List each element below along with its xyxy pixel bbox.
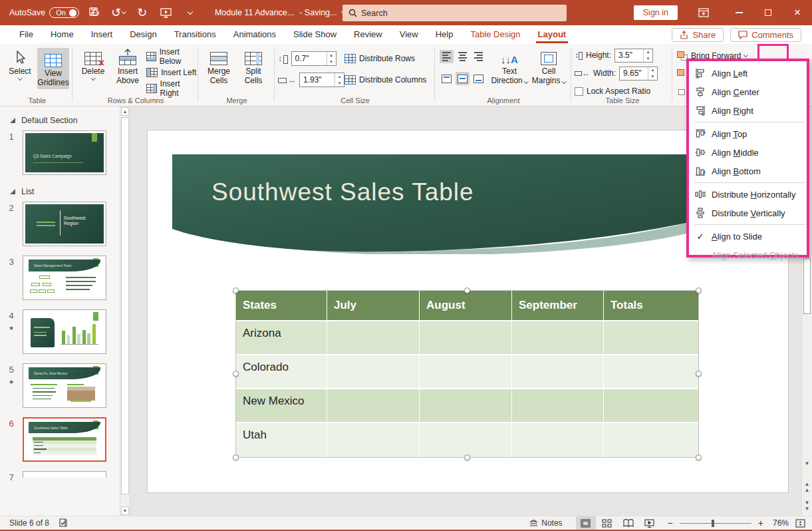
table-height-spinner[interactable]: ▲▼ — [643, 49, 652, 62]
slide-thumbnail-7[interactable]: 7 — [0, 471, 130, 482]
zoom-slider-thumb[interactable] — [712, 520, 714, 527]
quick-access-more-icon[interactable] — [182, 4, 199, 21]
resize-handle[interactable] — [696, 371, 702, 377]
fit-slide-to-window-icon[interactable] — [795, 519, 805, 528]
distribute-columns-button[interactable]: Distribute Columns — [344, 73, 426, 87]
table-cell[interactable] — [512, 389, 604, 423]
share-button[interactable]: Share — [672, 28, 724, 42]
align-text-right-button[interactable] — [472, 50, 485, 63]
accessibility-checker-icon[interactable] — [59, 518, 68, 528]
resize-handle[interactable] — [696, 287, 702, 293]
notes-button[interactable]: Notes — [529, 518, 562, 528]
cell-margins-button[interactable]: Cell Margins — [530, 48, 567, 86]
table-cell[interactable] — [420, 423, 512, 457]
slide-show-button[interactable] — [640, 516, 660, 530]
comments-button[interactable]: Comments — [730, 28, 801, 42]
split-cells-button[interactable]: Split Cells — [237, 48, 269, 86]
table-cell[interactable]: New Mexico — [236, 389, 327, 423]
menu-item-distribute-horizontally[interactable]: Distribute Horizontally — [689, 185, 807, 204]
insert-below-button[interactable]: Insert Below — [146, 49, 197, 64]
slide-sorter-view-button[interactable] — [597, 516, 617, 530]
ribbon-display-options-icon[interactable] — [695, 4, 712, 21]
tab-animations[interactable]: Animations — [225, 26, 285, 43]
saving-status[interactable]: - Saving... — [299, 8, 337, 17]
resize-handle[interactable] — [233, 454, 239, 460]
slide-thumbnail-1[interactable]: 1 Q3 Sales Campaign — [0, 130, 130, 175]
insert-left-button[interactable]: Insert Left — [146, 65, 196, 80]
insert-right-button[interactable]: Insert Right — [146, 81, 197, 96]
tab-review[interactable]: Review — [345, 26, 391, 43]
table-cell[interactable] — [604, 355, 698, 389]
table-cell[interactable] — [512, 423, 604, 457]
table-cell[interactable] — [420, 321, 512, 355]
scroll-up-icon[interactable]: ▲ — [121, 107, 129, 116]
table-header-cell[interactable]: September — [512, 291, 604, 321]
tab-transitions[interactable]: Transitions — [166, 26, 225, 43]
menu-item-align-to-slide[interactable]: ✓ Align to Slide — [689, 227, 807, 246]
slide-indicator[interactable]: Slide 6 of 8 — [9, 518, 49, 528]
maximize-button[interactable] — [753, 0, 783, 25]
resize-handle[interactable] — [464, 454, 470, 460]
col-width-input[interactable] — [300, 73, 335, 87]
close-button[interactable]: × — [783, 0, 812, 25]
merge-cells-button[interactable]: Merge Cells — [203, 48, 235, 86]
resize-handle[interactable] — [233, 371, 239, 377]
resize-handle[interactable] — [696, 454, 702, 460]
align-bottom-button[interactable] — [472, 72, 485, 85]
reading-view-button[interactable] — [618, 516, 638, 530]
zoom-slider[interactable] — [680, 523, 751, 524]
table-cell[interactable] — [420, 389, 512, 423]
minimize-button[interactable] — [724, 0, 753, 25]
table-cell[interactable] — [512, 355, 604, 389]
scrollbar-thumb[interactable] — [803, 258, 811, 314]
undo-icon[interactable]: ↺ — [110, 4, 127, 21]
align-top-button[interactable] — [440, 72, 454, 85]
slide-thumbnail-5[interactable]: 5★ Santa Fe, New Mexico — [0, 363, 130, 408]
menu-item-align-center[interactable]: Align Center — [689, 83, 807, 101]
slide-thumbnail-4[interactable]: 4★ — [0, 309, 130, 354]
table-cell[interactable] — [512, 321, 604, 355]
table-header-cell[interactable]: States — [236, 291, 327, 321]
tab-file[interactable]: File — [11, 26, 42, 43]
insert-above-button[interactable]: Insert Above — [112, 48, 144, 86]
table-cell[interactable] — [327, 423, 420, 457]
scroll-down-icon[interactable]: ▼ — [803, 458, 811, 468]
section-header-list[interactable]: List — [9, 187, 130, 196]
row-height-spinner[interactable]: ▲▼ — [327, 52, 336, 65]
next-slide-icon[interactable]: ▼▼ — [803, 501, 811, 510]
tab-design[interactable]: Design — [121, 26, 165, 43]
menu-item-align-right[interactable]: Align Right — [689, 101, 807, 120]
table-cell[interactable] — [604, 423, 698, 457]
resize-handle[interactable] — [233, 287, 239, 293]
scrollbar-thumb[interactable] — [121, 117, 129, 494]
table-cell[interactable]: Arizona — [236, 321, 327, 355]
thumbnail-scrollbar[interactable]: ▲ ▼ — [120, 106, 129, 516]
menu-item-distribute-vertically[interactable]: Distribute Vertically — [689, 204, 807, 222]
table-header-cell[interactable]: Totals — [604, 291, 698, 321]
autosave-switch[interactable]: On — [49, 7, 79, 18]
slide-title[interactable]: Southwest Sales Table — [211, 178, 474, 206]
zoom-out-button[interactable]: − — [668, 518, 673, 528]
tab-table-design[interactable]: Table Design — [462, 26, 529, 43]
zoom-level[interactable]: 76% — [773, 518, 789, 528]
table-cell[interactable] — [327, 389, 420, 423]
table-cell[interactable] — [327, 355, 420, 389]
table-cell[interactable]: Utah — [236, 423, 327, 457]
tab-home[interactable]: Home — [42, 26, 82, 43]
distribute-rows-button[interactable]: Distribute Rows — [344, 51, 415, 66]
delete-button[interactable]: Delete — [77, 48, 109, 79]
menu-item-align-bottom[interactable]: Align Bottom — [689, 162, 807, 180]
previous-slide-icon[interactable]: ▲▲ — [803, 482, 811, 492]
redo-icon[interactable]: ↻ — [134, 4, 151, 21]
menu-item-align-top[interactable]: Align Top — [689, 124, 807, 143]
table-header-cell[interactable]: August — [420, 291, 512, 321]
col-width-spinner[interactable]: ▲▼ — [335, 73, 344, 87]
tab-slide-show[interactable]: Slide Show — [285, 26, 345, 43]
scroll-down-icon[interactable]: ▼ — [121, 506, 129, 515]
table-cell[interactable] — [604, 389, 698, 423]
table-cell[interactable] — [420, 355, 512, 389]
start-slideshow-icon[interactable] — [158, 4, 175, 21]
table-width-input[interactable] — [620, 67, 648, 80]
row-height-input[interactable] — [292, 52, 327, 65]
autosave-toggle[interactable]: AutoSave On — [9, 7, 79, 18]
